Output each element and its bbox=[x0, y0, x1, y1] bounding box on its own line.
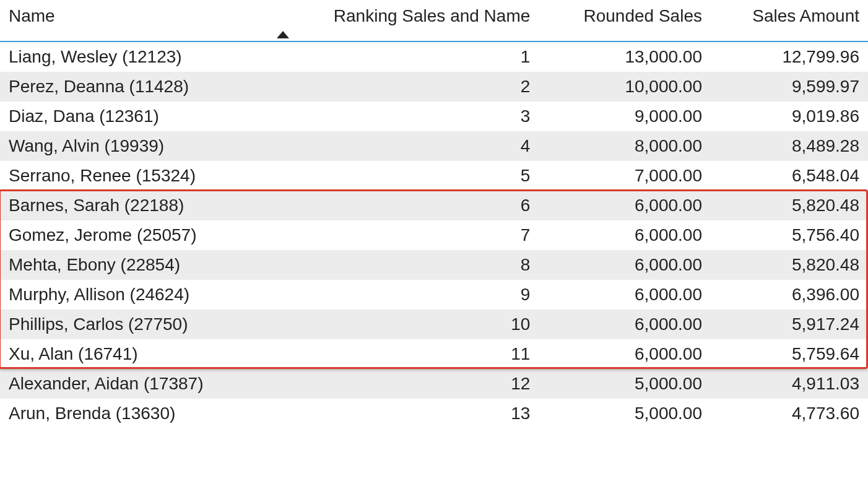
col-header-ranking-label: Ranking Sales and Name bbox=[334, 6, 531, 25]
table-wrap: Name Ranking Sales and Name Rounded Sale… bbox=[0, 0, 868, 428]
cell-rounded: 5,000.00 bbox=[539, 399, 711, 428]
col-header-rounded[interactable]: Rounded Sales bbox=[539, 0, 711, 41]
table-row[interactable]: Mehta, Ebony (22854)86,000.005,820.48 bbox=[0, 250, 868, 280]
cell-ranking: 2 bbox=[268, 72, 539, 102]
cell-name: Alexander, Aidan (17387) bbox=[0, 369, 268, 399]
cell-ranking: 8 bbox=[268, 250, 539, 280]
cell-name: Arun, Brenda (13630) bbox=[0, 399, 268, 428]
cell-name: Diaz, Dana (12361) bbox=[0, 102, 268, 131]
sales-table: Name Ranking Sales and Name Rounded Sale… bbox=[0, 0, 868, 428]
col-header-name-label: Name bbox=[9, 6, 55, 25]
cell-rounded: 10,000.00 bbox=[539, 72, 711, 102]
table-row[interactable]: Barnes, Sarah (22188)66,000.005,820.48 bbox=[0, 191, 868, 220]
col-header-rounded-label: Rounded Sales bbox=[583, 6, 701, 25]
cell-amount: 4,911.03 bbox=[711, 369, 868, 399]
cell-ranking: 11 bbox=[268, 339, 539, 369]
cell-ranking: 10 bbox=[268, 310, 539, 339]
table-row[interactable]: Serrano, Renee (15324)57,000.006,548.04 bbox=[0, 161, 868, 191]
cell-ranking: 4 bbox=[268, 131, 539, 161]
cell-name: Phillips, Carlos (27750) bbox=[0, 310, 268, 339]
cell-name: Murphy, Allison (24624) bbox=[0, 280, 268, 310]
cell-ranking: 7 bbox=[268, 220, 539, 250]
cell-amount: 5,820.48 bbox=[711, 191, 868, 220]
table-row[interactable]: Alexander, Aidan (17387)125,000.004,911.… bbox=[0, 369, 868, 399]
cell-rounded: 6,000.00 bbox=[539, 220, 711, 250]
cell-ranking: 13 bbox=[268, 399, 539, 428]
cell-rounded: 7,000.00 bbox=[539, 161, 711, 191]
cell-ranking: 5 bbox=[268, 161, 539, 191]
table-row[interactable]: Diaz, Dana (12361)39,000.009,019.86 bbox=[0, 102, 868, 131]
cell-ranking: 3 bbox=[268, 102, 539, 131]
cell-amount: 12,799.96 bbox=[711, 41, 868, 72]
cell-rounded: 6,000.00 bbox=[539, 339, 711, 369]
table-row[interactable]: Murphy, Allison (24624)96,000.006,396.00 bbox=[0, 280, 868, 310]
table-row[interactable]: Xu, Alan (16741)116,000.005,759.64 bbox=[0, 339, 868, 369]
table-row[interactable]: Arun, Brenda (13630)135,000.004,773.60 bbox=[0, 399, 868, 428]
cell-name: Liang, Wesley (12123) bbox=[0, 41, 268, 72]
cell-name: Barnes, Sarah (22188) bbox=[0, 191, 268, 220]
col-header-ranking[interactable]: Ranking Sales and Name bbox=[268, 0, 539, 41]
cell-rounded: 6,000.00 bbox=[539, 250, 711, 280]
table-body: Liang, Wesley (12123)113,000.0012,799.96… bbox=[0, 41, 868, 428]
cell-amount: 9,599.97 bbox=[711, 72, 868, 102]
cell-amount: 5,759.64 bbox=[711, 339, 868, 369]
cell-name: Serrano, Renee (15324) bbox=[0, 161, 268, 191]
cell-name: Mehta, Ebony (22854) bbox=[0, 250, 268, 280]
table-row[interactable]: Liang, Wesley (12123)113,000.0012,799.96 bbox=[0, 41, 868, 72]
table-row[interactable]: Wang, Alvin (19939)48,000.008,489.28 bbox=[0, 131, 868, 161]
cell-rounded: 13,000.00 bbox=[539, 41, 711, 72]
cell-name: Xu, Alan (16741) bbox=[0, 339, 268, 369]
cell-amount: 6,548.04 bbox=[711, 161, 868, 191]
cell-name: Perez, Deanna (11428) bbox=[0, 72, 268, 102]
header-row: Name Ranking Sales and Name Rounded Sale… bbox=[0, 0, 868, 41]
cell-rounded: 9,000.00 bbox=[539, 102, 711, 131]
cell-ranking: 9 bbox=[268, 280, 539, 310]
cell-rounded: 6,000.00 bbox=[539, 280, 711, 310]
cell-amount: 5,820.48 bbox=[711, 250, 868, 280]
cell-ranking: 1 bbox=[268, 41, 539, 72]
cell-amount: 5,917.24 bbox=[711, 310, 868, 339]
cell-amount: 5,756.40 bbox=[711, 220, 868, 250]
table-row[interactable]: Perez, Deanna (11428)210,000.009,599.97 bbox=[0, 72, 868, 102]
cell-rounded: 6,000.00 bbox=[539, 310, 711, 339]
cell-rounded: 6,000.00 bbox=[539, 191, 711, 220]
table-row[interactable]: Phillips, Carlos (27750)106,000.005,917.… bbox=[0, 310, 868, 339]
cell-ranking: 12 bbox=[268, 369, 539, 399]
cell-amount: 4,773.60 bbox=[711, 399, 868, 428]
cell-name: Wang, Alvin (19939) bbox=[0, 131, 268, 161]
cell-ranking: 6 bbox=[268, 191, 539, 220]
sort-ascending-icon bbox=[277, 31, 289, 38]
col-header-amount-label: Sales Amount bbox=[752, 6, 859, 25]
cell-amount: 9,019.86 bbox=[711, 102, 868, 131]
col-header-amount[interactable]: Sales Amount bbox=[711, 0, 868, 41]
cell-rounded: 8,000.00 bbox=[539, 131, 711, 161]
table-row[interactable]: Gomez, Jerome (25057)76,000.005,756.40 bbox=[0, 220, 868, 250]
cell-amount: 8,489.28 bbox=[711, 131, 868, 161]
cell-name: Gomez, Jerome (25057) bbox=[0, 220, 268, 250]
col-header-name[interactable]: Name bbox=[0, 0, 268, 41]
cell-rounded: 5,000.00 bbox=[539, 369, 711, 399]
cell-amount: 6,396.00 bbox=[711, 280, 868, 310]
